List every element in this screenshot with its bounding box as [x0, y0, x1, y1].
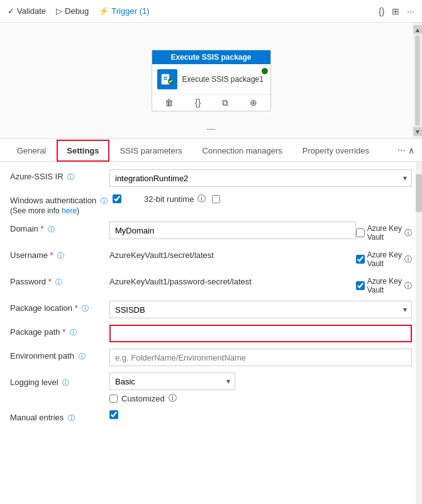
customized-checkbox[interactable]: [109, 395, 118, 403]
toolbar-right-actions: {} ⊞ ···: [379, 6, 414, 16]
svg-rect-2: [164, 79, 167, 80]
ssis-node-body: Execute SSIS package1: [152, 64, 270, 94]
customized-info-icon[interactable]: ⓘ: [169, 393, 177, 404]
password-akv-info-icon[interactable]: ⓘ: [404, 281, 412, 291]
debug-icon: ▷: [56, 6, 62, 16]
more-button[interactable]: ···: [407, 6, 414, 16]
ssis-node-header: Execute SSIS package: [152, 50, 270, 64]
tab-property-overrides[interactable]: Property overrides: [293, 140, 379, 161]
tab-general[interactable]: General: [8, 140, 55, 161]
windows-auth-info-icon[interactable]: ⓘ: [101, 197, 108, 204]
canvas-scroll-up-btn[interactable]: ▲: [413, 25, 422, 34]
manual-entries-label: Manual entries ⓘ: [10, 410, 104, 423]
package-location-row: Package location * ⓘ SSISDB: [10, 301, 412, 318]
windows-auth-checkbox-wrapper: [113, 194, 121, 203]
runtime-32bit-checkbox[interactable]: [212, 195, 220, 203]
domain-info-icon[interactable]: ⓘ: [48, 225, 55, 233]
environment-path-input[interactable]: [109, 349, 412, 366]
customized-label: Customized: [121, 394, 165, 403]
grid-button[interactable]: ⊞: [392, 6, 399, 16]
debug-button[interactable]: ▷ Debug: [56, 6, 89, 16]
canvas-scroll-down-btn[interactable]: ▼: [413, 127, 422, 136]
ssis-node-icon: [157, 69, 177, 89]
canvas-area: Execute SSIS package Execute SSIS packag…: [0, 23, 422, 139]
password-akv-label: Azure KeyVault: [367, 277, 402, 294]
node-copy-icon[interactable]: ⧉: [222, 98, 228, 108]
domain-akv-info-icon[interactable]: ⓘ: [404, 228, 412, 238]
manual-entries-checkbox[interactable]: [109, 410, 118, 419]
node-link-icon[interactable]: ⊕: [250, 98, 257, 108]
windows-auth-label: Windows authentication ⓘ (See more info …: [10, 193, 108, 215]
password-akv-checkbox[interactable]: [356, 281, 365, 290]
logging-level-row: Logging level ⓘ Basic Customized ⓘ: [10, 372, 412, 404]
logging-level-select[interactable]: Basic: [109, 372, 235, 390]
username-label: Username * ⓘ: [10, 248, 104, 260]
package-path-info-icon[interactable]: ⓘ: [70, 328, 77, 336]
settings-panel: Azure-SSIS IR ⓘ integrationRuntime2 Wind…: [0, 162, 422, 504]
tabs-more-button[interactable]: ···: [397, 145, 406, 156]
password-info-icon[interactable]: ⓘ: [55, 278, 62, 286]
windows-auth-checkbox[interactable]: [113, 194, 121, 203]
tab-ssis-parameters[interactable]: SSIS parameters: [111, 140, 192, 161]
azure-ssis-ir-select-wrapper: integrationRuntime2: [109, 169, 412, 187]
username-akv-checkbox[interactable]: [356, 255, 365, 264]
environment-path-control: [109, 349, 412, 366]
settings-scrollbar[interactable]: [416, 162, 422, 504]
package-path-label: Package path * ⓘ: [10, 325, 104, 337]
domain-label: Domain * ⓘ: [10, 221, 104, 234]
domain-input[interactable]: [109, 221, 356, 239]
toolbar: ✓ Validate ▷ Debug ⚡ Trigger (1) {} ⊞ ··…: [0, 0, 422, 23]
package-location-info-icon[interactable]: ⓘ: [82, 305, 89, 312]
domain-akv-label: Azure KeyVault: [367, 224, 402, 242]
password-row: Password * ⓘ AzureKeyVault1/password-sec…: [10, 274, 412, 294]
ssis-node-actions: 🗑 {} ⧉ ⊕: [152, 94, 270, 111]
manual-entries-control: [109, 410, 412, 419]
azure-ssis-ir-row: Azure-SSIS IR ⓘ integrationRuntime2: [10, 169, 412, 187]
username-akv-info-icon[interactable]: ⓘ: [404, 254, 412, 265]
trigger-button[interactable]: ⚡ Trigger (1): [99, 6, 149, 16]
domain-row: Domain * ⓘ Azure KeyVault ⓘ: [10, 221, 412, 242]
validate-button[interactable]: ✓ Validate: [8, 6, 46, 16]
username-info-icon[interactable]: ⓘ: [57, 252, 64, 259]
tab-connection-managers[interactable]: Connection managers: [193, 140, 292, 161]
manual-entries-row: Manual entries ⓘ: [10, 410, 412, 423]
manual-entries-info-icon[interactable]: ⓘ: [68, 414, 75, 422]
trigger-icon: ⚡: [99, 6, 109, 16]
tabs-collapse-button[interactable]: ∧: [408, 145, 414, 155]
password-akv-section: Azure KeyVault ⓘ: [356, 274, 412, 294]
validate-icon: ✓: [8, 6, 14, 16]
ssis-node[interactable]: Execute SSIS package Execute SSIS packag…: [152, 50, 271, 111]
azure-ssis-ir-control: integrationRuntime2: [109, 169, 412, 187]
package-location-control: SSISDB: [109, 301, 412, 318]
domain-akv-checkbox[interactable]: [356, 228, 365, 237]
username-akv-section: Azure KeyVault ⓘ: [356, 248, 412, 268]
windows-auth-control: 32-bit runtime ⓘ: [113, 193, 412, 204]
package-location-select[interactable]: SSISDB: [109, 301, 412, 318]
package-path-input[interactable]: demo/ScaleOutProject/Transformation.dtsx: [109, 325, 412, 342]
logging-level-info-icon[interactable]: ⓘ: [62, 379, 69, 386]
runtime-32bit-info-icon[interactable]: ⓘ: [197, 193, 206, 204]
canvas-scroll-handle: —: [207, 123, 216, 133]
logging-level-select-wrapper: Basic: [109, 372, 235, 390]
node-delete-icon[interactable]: 🗑: [165, 98, 174, 108]
logging-level-label: Logging level ⓘ: [10, 375, 104, 388]
tab-settings[interactable]: Settings: [57, 140, 109, 162]
password-value: AzureKeyVault1/password-secret/latest: [109, 274, 356, 289]
node-code-icon[interactable]: {}: [195, 98, 201, 108]
package-path-row: Package path * ⓘ demo/ScaleOutProject/Tr…: [10, 325, 412, 342]
windows-auth-here-link[interactable]: here: [62, 206, 77, 215]
environment-path-info-icon[interactable]: ⓘ: [79, 352, 86, 360]
windows-auth-row: Windows authentication ⓘ (See more info …: [10, 193, 412, 215]
braces-button[interactable]: {}: [379, 6, 384, 16]
package-location-label: Package location * ⓘ: [10, 301, 104, 313]
azure-ssis-ir-info-icon[interactable]: ⓘ: [67, 173, 74, 181]
ssis-node-status: [262, 68, 268, 74]
username-value: AzureKeyVault1/secret/latest: [109, 248, 356, 262]
username-row: Username * ⓘ AzureKeyVault1/secret/lates…: [10, 248, 412, 268]
azure-ssis-ir-select[interactable]: integrationRuntime2: [109, 169, 412, 187]
tabs-bar: General Settings SSIS parameters Connect…: [0, 139, 422, 162]
package-path-control: demo/ScaleOutProject/Transformation.dtsx: [109, 325, 412, 342]
ssis-node-label: Execute SSIS package1: [182, 75, 265, 84]
canvas-vertical-scrollbar[interactable]: ▲ ▼: [413, 23, 422, 138]
canvas-scroll-track: [415, 35, 420, 126]
